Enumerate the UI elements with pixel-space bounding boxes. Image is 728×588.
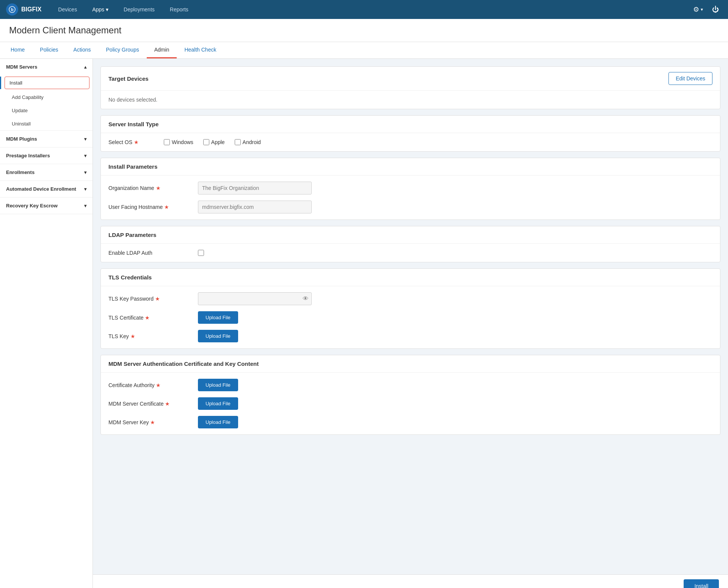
ldap-enable-row: Enable LDAP Auth	[108, 250, 712, 256]
gear-icon: ⚙	[693, 5, 699, 14]
target-devices-title: Target Devices	[108, 75, 149, 82]
install-footer: Install	[93, 574, 728, 588]
apps-dropdown-icon: ▾	[106, 6, 108, 13]
mdm-auth-body: Certificate Authority ★ Upload File MDM …	[101, 373, 720, 434]
nav-reports[interactable]: Reports	[162, 0, 196, 19]
hostname-required: ★	[164, 204, 169, 210]
org-name-label: Organization Name ★	[108, 185, 192, 191]
nav-apps[interactable]: Apps ▾	[85, 0, 116, 19]
tls-certificate-row: TLS Certificate ★ Upload File	[108, 311, 712, 324]
sidebar-item-install[interactable]: Install	[5, 77, 89, 89]
app-logo[interactable]: b BIGFIX	[6, 3, 41, 16]
server-cert-required: ★	[165, 401, 170, 407]
sidebar-rke-header[interactable]: Recovery Key Escrow	[0, 198, 93, 214]
password-toggle-icon[interactable]: 👁	[303, 295, 309, 302]
sidebar-item-uninstall[interactable]: Uninstall	[0, 117, 93, 130]
server-key-upload-button[interactable]: Upload File	[198, 416, 238, 428]
sidebar-ade-header[interactable]: Automated Device Enrollment	[0, 181, 93, 197]
tls-password-required: ★	[155, 296, 160, 302]
ldap-auth-checkbox[interactable]	[198, 250, 204, 256]
server-cert-label: MDM Server Certificate ★	[108, 401, 192, 407]
select-os-label: Select OS ★	[108, 139, 154, 145]
android-checkbox[interactable]	[235, 139, 241, 145]
apple-checkbox[interactable]	[203, 139, 209, 145]
select-os-required-star: ★	[134, 139, 139, 145]
os-option-android[interactable]: Android	[235, 139, 261, 145]
target-devices-header: Target Devices Edit Devices	[101, 67, 720, 91]
sidebar-item-add-capability[interactable]: Add Capability	[0, 91, 93, 104]
os-selection-row: Select OS ★ Windows Apple	[108, 139, 712, 145]
target-devices-body: No devices selected.	[101, 91, 720, 109]
ldap-parameters-header: LDAP Parameters	[101, 226, 720, 244]
org-name-input[interactable]	[198, 182, 312, 194]
server-key-required: ★	[150, 419, 155, 425]
tls-key-required: ★	[130, 333, 135, 339]
sidebar-item-update[interactable]: Update	[0, 104, 93, 117]
install-parameters-body: Organization Name ★ User Facing Hostname…	[101, 176, 720, 220]
tls-certificate-upload-button[interactable]: Upload File	[198, 311, 238, 324]
ldap-parameters-title: LDAP Parameters	[108, 232, 156, 238]
ade-chevron-icon	[84, 186, 86, 192]
main-layout: MDM Servers Install Add Capability Updat…	[0, 59, 728, 588]
svg-text:b: b	[11, 7, 14, 12]
mdm-plugins-chevron-icon	[84, 136, 86, 142]
install-button[interactable]: Install	[684, 579, 719, 588]
install-parameters-title: Install Parameters	[108, 163, 157, 170]
tls-credentials-body: TLS Key Password ★ 👁 TLS Certificate ★	[101, 286, 720, 348]
tls-credentials-title: TLS Credentials	[108, 274, 152, 281]
server-install-type-body: Select OS ★ Windows Apple	[101, 133, 720, 151]
nav-right-controls: ⚙ ▾ ⏻	[690, 2, 722, 17]
tls-password-row: TLS Key Password ★ 👁	[108, 292, 712, 305]
prestage-chevron-icon	[84, 153, 86, 158]
tls-password-label: TLS Key Password ★	[108, 296, 192, 302]
logo-icon: b	[6, 3, 18, 16]
sidebar-section-rke: Recovery Key Escrow	[0, 198, 93, 214]
nav-deployments[interactable]: Deployments	[116, 0, 162, 19]
org-name-required: ★	[156, 185, 161, 191]
tab-policy-groups[interactable]: Policy Groups	[99, 42, 147, 58]
power-button[interactable]: ⏻	[709, 3, 722, 17]
power-icon: ⏻	[712, 6, 719, 14]
sidebar: MDM Servers Install Add Capability Updat…	[0, 59, 93, 588]
edit-devices-button[interactable]: Edit Devices	[668, 72, 712, 85]
hostname-input[interactable]	[198, 201, 312, 213]
tab-actions[interactable]: Actions	[66, 42, 99, 58]
tab-admin[interactable]: Admin	[147, 42, 177, 58]
settings-button[interactable]: ⚙ ▾	[690, 2, 706, 17]
server-install-type-card: Server Install Type Select OS ★ Windows	[100, 115, 720, 152]
sidebar-mdm-plugins-header[interactable]: MDM Plugins	[0, 131, 93, 147]
os-option-apple[interactable]: Apple	[203, 139, 225, 145]
tls-password-wrapper: 👁	[198, 292, 312, 305]
tab-policies[interactable]: Policies	[32, 42, 66, 58]
windows-checkbox[interactable]	[164, 139, 170, 145]
sidebar-section-mdm-servers: MDM Servers Install Add Capability Updat…	[0, 59, 93, 131]
install-parameters-card: Install Parameters Organization Name ★ U…	[100, 158, 720, 220]
sidebar-enrollments-header[interactable]: Enrollments	[0, 164, 93, 180]
sidebar-prestage-header[interactable]: Prestage Installers	[0, 147, 93, 164]
server-install-type-title: Server Install Type	[108, 121, 158, 127]
os-option-windows[interactable]: Windows	[164, 139, 193, 145]
tls-cert-required: ★	[145, 315, 150, 321]
mdm-auth-card: MDM Server Authentication Certificate an…	[100, 355, 720, 435]
sidebar-mdm-servers-header[interactable]: MDM Servers	[0, 59, 93, 75]
install-parameters-header: Install Parameters	[101, 158, 720, 176]
tls-key-row: TLS Key ★ Upload File	[108, 330, 712, 342]
tls-key-upload-button[interactable]: Upload File	[198, 330, 238, 342]
top-navigation: b BIGFIX Devices Apps ▾ Deployments Repo…	[0, 0, 728, 19]
tab-home[interactable]: Home	[3, 42, 32, 58]
mdm-auth-header: MDM Server Authentication Certificate an…	[101, 355, 720, 373]
ldap-parameters-card: LDAP Parameters Enable LDAP Auth	[100, 226, 720, 262]
nav-devices[interactable]: Devices	[50, 0, 85, 19]
tls-password-input[interactable]	[198, 292, 312, 305]
hostname-row: User Facing Hostname ★	[108, 201, 712, 213]
server-cert-upload-button[interactable]: Upload File	[198, 397, 238, 410]
ca-label: Certificate Authority ★	[108, 382, 192, 388]
server-key-label: MDM Server Key ★	[108, 419, 192, 425]
target-devices-card: Target Devices Edit Devices No devices s…	[100, 66, 720, 109]
ca-row: Certificate Authority ★ Upload File	[108, 379, 712, 391]
ldap-enable-label: Enable LDAP Auth	[108, 250, 192, 256]
ca-upload-button[interactable]: Upload File	[198, 379, 238, 391]
tls-credentials-header: TLS Credentials	[101, 269, 720, 286]
sidebar-section-prestage: Prestage Installers	[0, 147, 93, 164]
tab-health-check[interactable]: Health Check	[177, 42, 224, 58]
